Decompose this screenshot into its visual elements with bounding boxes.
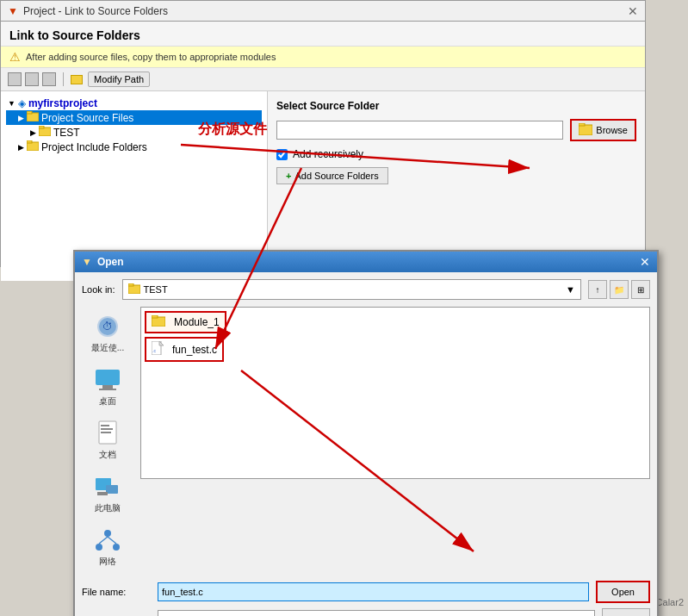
toolbar-icon-2[interactable] <box>25 72 39 86</box>
add-icon: + <box>286 171 291 181</box>
title-bar-left: ▼ Project - Link to Source Folders <box>8 5 168 17</box>
open-dialog: ▼ Open ✕ Look in: TEST ▼ ↑ 📁 ⊞ <box>73 250 659 616</box>
computer-label: 此电脑 <box>95 502 121 514</box>
open-button[interactable]: Open <box>596 581 650 603</box>
computer-icon <box>94 473 121 501</box>
include-folder-icon <box>27 140 39 153</box>
source-folder-row: Browse <box>276 119 636 141</box>
sidebar-documents[interactable]: 文档 <box>91 417 124 464</box>
add-recursively-label: Add recursively <box>293 148 363 160</box>
file-list-area: Module_1 .c fun_test.c <box>140 307 650 479</box>
svg-text:⏱: ⏱ <box>102 320 113 333</box>
tree-item-project[interactable]: ▼ ◈ myfirstproject <box>6 96 262 110</box>
fun-test-label: fun_test.c <box>172 344 217 356</box>
dialog-title: Open <box>97 256 124 268</box>
source-folder-icon <box>27 111 39 124</box>
browse-button[interactable]: Browse <box>570 119 636 141</box>
svg-rect-13 <box>96 370 120 385</box>
look-in-toolbar: ↑ 📁 ⊞ <box>588 280 650 299</box>
modify-path-button[interactable]: Modify Path <box>88 72 150 87</box>
sidebar-computer[interactable]: 此电脑 <box>91 470 124 517</box>
test-label: TEST <box>53 127 80 139</box>
svg-rect-3 <box>39 126 44 128</box>
dialog-close-icon[interactable]: ✕ <box>640 255 650 269</box>
title-bar: ▼ Project - Link to Source Folders ✕ <box>1 1 645 22</box>
file-item-module1[interactable]: Module_1 <box>145 311 226 333</box>
svg-rect-17 <box>101 425 109 426</box>
warning-icon: ⚠ <box>9 50 21 64</box>
file-type-input[interactable]: (*.cpp), (*.cxx), (*.cc) and (*.c) files <box>158 610 595 616</box>
toolbar: Modify Path <box>1 68 645 91</box>
svg-rect-28 <box>152 317 165 327</box>
module1-label: Module_1 <box>174 316 220 328</box>
network-icon <box>94 526 121 554</box>
svg-rect-7 <box>579 123 585 126</box>
toolbar-icon-3[interactable] <box>42 72 56 86</box>
svg-point-25 <box>113 544 120 551</box>
test-folder-icon <box>39 126 51 139</box>
svg-rect-1 <box>27 111 32 114</box>
view-button[interactable]: ⊞ <box>631 280 650 299</box>
warning-bar: ⚠ After adding source files, copy them t… <box>1 46 645 68</box>
dialog-title-bar: ▼ Open ✕ <box>75 252 657 272</box>
warning-text: After adding source files, copy them to … <box>26 52 276 62</box>
sidebar-recent[interactable]: ⏱ 最近使... <box>89 310 127 357</box>
dropdown-arrow-icon: ▼ <box>566 284 575 295</box>
file-name-row: File name: fun_test.c Open <box>82 581 650 603</box>
file-name-label: File name: <box>82 587 151 597</box>
sidebar-network[interactable]: 网络 <box>91 524 124 570</box>
svg-rect-6 <box>579 125 592 135</box>
svg-rect-22 <box>97 492 108 495</box>
v-logo: ▼ <box>8 5 18 17</box>
recent-icon: ⏱ <box>94 313 121 340</box>
file-type-row: Files of type: (*.cpp), (*.cxx), (*.cc) … <box>82 608 650 616</box>
look-in-value: TEST <box>144 284 563 295</box>
look-in-select[interactable]: TEST ▼ <box>122 279 581 300</box>
new-folder-button[interactable]: 📁 <box>610 280 629 299</box>
add-source-folders-button[interactable]: + Add Source Folders <box>276 167 388 184</box>
svg-point-23 <box>104 530 111 537</box>
sidebar-icons: ⏱ 最近使... 桌面 <box>82 307 133 574</box>
svg-rect-19 <box>101 432 111 433</box>
toolbar-icon-1[interactable] <box>8 72 22 86</box>
expand-icon-2: ▶ <box>18 114 24 122</box>
desktop-label: 桌面 <box>99 395 116 408</box>
recent-label: 最近使... <box>91 342 124 354</box>
sidebar-desktop[interactable]: 桌面 <box>91 364 124 410</box>
toolbar-folder-icon <box>71 75 83 84</box>
svg-rect-29 <box>152 315 158 318</box>
svg-rect-18 <box>101 428 113 430</box>
select-source-title: Select Source Folder <box>276 100 636 112</box>
look-in-folder-icon <box>128 283 140 296</box>
svg-rect-21 <box>106 485 118 494</box>
file-name-input[interactable]: fun_test.c <box>158 582 589 601</box>
look-in-row: Look in: TEST ▼ ↑ 📁 ⊞ <box>82 279 650 300</box>
file-area: ⏱ 最近使... 桌面 <box>82 307 650 574</box>
file-item-fun-test[interactable]: .c fun_test.c <box>145 337 224 362</box>
documents-icon <box>94 420 121 447</box>
svg-rect-14 <box>102 385 113 389</box>
window-title: Project - Link to Source Folders <box>23 5 168 17</box>
module-folder-icon <box>152 315 165 329</box>
browse-folder-icon <box>579 123 592 137</box>
add-recursively-checkbox[interactable] <box>276 149 288 160</box>
expand-icon-3: ▶ <box>30 128 36 137</box>
toolbar-separator <box>63 72 64 86</box>
svg-line-26 <box>99 537 108 544</box>
cancel-button[interactable]: Cancel <box>602 608 650 616</box>
desktop-icon <box>94 366 121 394</box>
close-icon[interactable]: ✕ <box>628 4 638 18</box>
source-folder-input[interactable] <box>276 121 563 140</box>
add-recursively-row: Add recursively <box>276 148 636 160</box>
project-icon: ◈ <box>18 97 26 109</box>
expand-icon: ▼ <box>8 99 15 108</box>
tree-item-include-folders[interactable]: ▶ Project Include Folders <box>6 140 262 154</box>
project-name-label: myfirstproject <box>28 97 97 109</box>
include-folders-label: Project Include Folders <box>41 141 147 153</box>
look-in-label: Look in: <box>82 284 115 295</box>
annotation-text: 分析源文件 <box>198 121 267 139</box>
expand-icon-4: ▶ <box>18 143 24 152</box>
network-label: 网络 <box>99 556 116 568</box>
go-up-button[interactable]: ↑ <box>588 280 607 299</box>
dialog-body: Look in: TEST ▼ ↑ 📁 ⊞ <box>75 272 657 616</box>
